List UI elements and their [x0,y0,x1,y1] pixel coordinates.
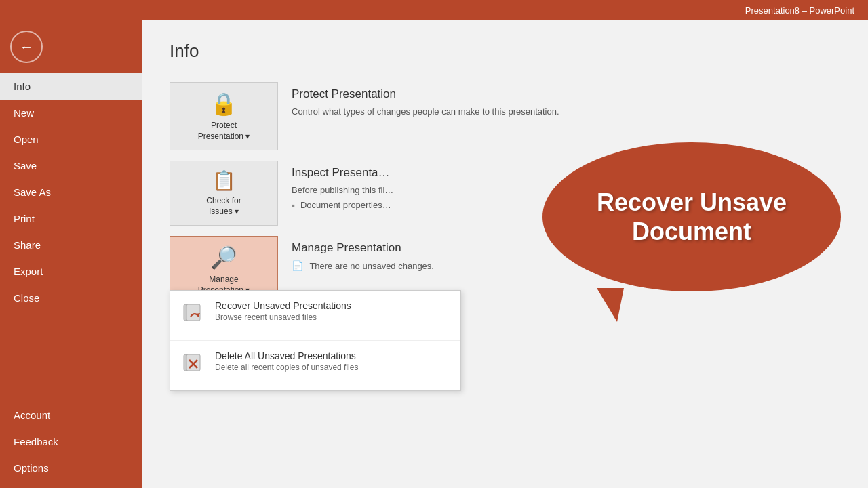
sidebar-item-share-label: Share [14,239,41,251]
sidebar-item-print[interactable]: Print [0,205,142,232]
speech-line2: Document [632,218,751,245]
main-content: Info 🔒 ProtectPresentation ▾ Protect Pre… [142,20,868,488]
back-button[interactable]: ← [10,30,43,63]
protect-label: ProtectPresentation ▾ [198,121,250,142]
speech-bubble: Recover Unsave Document [542,142,841,291]
speech-line1: Recover Unsave [597,188,787,216]
lock-icon: 🔒 [210,91,237,117]
sidebar-item-account[interactable]: Account [0,402,142,428]
recover-description: Browse recent unsaved files [215,312,351,322]
protect-content: Protect Presentation Control what types … [278,82,841,124]
sidebar-item-info-label: Info [14,81,31,92]
sidebar-item-export-label: Export [14,266,43,277]
title-bar-text: Presentation8 – PowerPoint [745,5,854,16]
recover-item[interactable]: Recover Unsaved Presentations Browse rec… [170,291,460,341]
manage-sub-text: There are no unsaved changes. [309,261,434,271]
speech-bubble-container: Recover Unsave Document [542,142,854,291]
sidebar-item-saveas-label: Save As [14,186,51,198]
manage-sub-icon: 📄 [292,260,303,271]
delete-title: Delete All Unsaved Presentations [215,350,358,361]
sidebar-item-saveas[interactable]: Save As [0,179,142,205]
sidebar-item-info[interactable]: Info [0,73,142,100]
inspect-sub-text: Document properties… [300,200,391,210]
recover-title: Recover Unsaved Presentations [215,300,351,311]
sidebar-item-print-label: Print [14,213,35,224]
sidebar-spacer [0,311,142,402]
sidebar-item-feedback[interactable]: Feedback [0,428,142,455]
delete-text: Delete All Unsaved Presentations Delete … [215,350,358,372]
sidebar-item-options[interactable]: Options [0,455,142,481]
svg-rect-1 [186,304,200,321]
sidebar-item-save-label: Save [14,160,37,171]
sidebar-item-close[interactable]: Close [0,285,142,311]
sidebar-item-close-label: Close [14,292,39,304]
delete-description: Delete all recent copies of unsaved file… [215,363,358,372]
protect-icon-box[interactable]: 🔒 ProtectPresentation ▾ [170,82,278,150]
inspect-icon-box[interactable]: 📋 Check forIssues ▾ [170,161,278,226]
back-icon: ← [20,39,33,55]
protect-description: Control what types of changes people can… [292,105,827,119]
sidebar: ← Info New Open Save Save As Print Share… [0,20,142,488]
sidebar-item-new-label: New [14,107,34,119]
title-bar: Presentation8 – PowerPoint [0,0,868,20]
protect-card: 🔒 ProtectPresentation ▾ Protect Presenta… [170,82,841,150]
sidebar-item-options-label: Options [14,462,49,474]
sidebar-item-export[interactable]: Export [0,258,142,285]
sidebar-bottom: Account Feedback Options [0,402,142,488]
protect-title: Protect Presentation [292,87,827,101]
sidebar-item-save[interactable]: Save [0,152,142,179]
sidebar-item-open[interactable]: Open [0,126,142,152]
delete-icon [181,352,205,381]
delete-item[interactable]: Delete All Unsaved Presentations Delete … [170,341,460,390]
sidebar-item-new[interactable]: New [0,100,142,126]
sidebar-item-account-label: Account [14,409,50,421]
speech-bubble-text: Recover Unsave Document [583,174,800,260]
app-body: ← Info New Open Save Save As Print Share… [0,20,868,488]
sidebar-item-share[interactable]: Share [0,232,142,258]
page-title: Info [170,41,841,62]
sidebar-item-open-label: Open [14,134,39,145]
inspect-icon: 📋 [212,169,236,192]
recover-icon [181,302,205,331]
sidebar-item-feedback-label: Feedback [14,436,58,447]
inspect-label: Check forIssues ▾ [206,196,241,217]
manage-icon: 🔎 [210,245,237,270]
manage-dropdown: Recover Unsaved Presentations Browse rec… [170,290,461,391]
bullet-icon: ▪ [292,200,295,211]
svg-rect-4 [186,354,200,371]
recover-text: Recover Unsaved Presentations Browse rec… [215,300,351,322]
